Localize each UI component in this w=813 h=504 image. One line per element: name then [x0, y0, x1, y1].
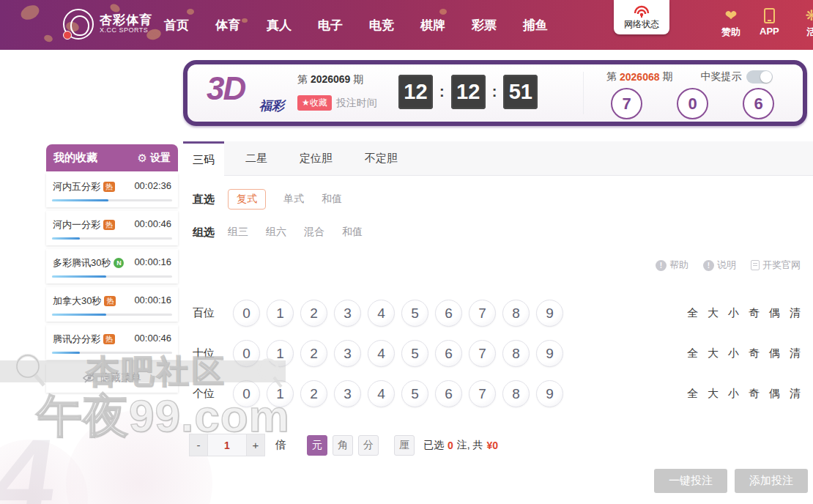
quick-pick-偶[interactable]: 偶 [769, 346, 780, 360]
quick-pick-清[interactable]: 清 [790, 346, 801, 360]
number-ball[interactable]: 2 [300, 340, 327, 367]
quick-pick-奇[interactable]: 奇 [749, 387, 760, 401]
multiplier-plus-button[interactable]: + [246, 434, 265, 456]
number-ball[interactable]: 3 [334, 300, 361, 327]
tab-二星[interactable]: 二星 [234, 141, 278, 176]
favorite-item[interactable]: 加拿大30秒热00:00:16 [46, 287, 178, 322]
number-ball[interactable]: 6 [435, 300, 462, 327]
favorite-button[interactable]: ★收藏 [297, 95, 332, 111]
help-link-开奖官网[interactable]: 开奖官网 [751, 259, 801, 272]
quick-pick-大[interactable]: 大 [708, 387, 719, 401]
summary-mid: 注, 共 [457, 439, 483, 452]
favorite-item[interactable]: 腾讯分分彩热00:00:46 [46, 325, 178, 360]
number-ball[interactable]: 1 [267, 340, 294, 367]
quick-pick-奇[interactable]: 奇 [749, 306, 760, 320]
number-ball[interactable]: 9 [536, 340, 563, 367]
tab-定位胆[interactable]: 定位胆 [289, 141, 344, 176]
nav-item-首页[interactable]: 首页 [164, 17, 189, 34]
action-button-一键投注[interactable]: 一键投注 [654, 469, 727, 493]
quick-pick-小[interactable]: 小 [728, 346, 739, 360]
hide-menu-button[interactable]: 隐藏菜单 [46, 363, 178, 393]
tab-三码[interactable]: 三码 [183, 141, 224, 176]
number-ball[interactable]: 9 [536, 300, 563, 327]
multiplier-value[interactable]: 1 [208, 434, 246, 456]
nav-item-真人[interactable]: 真人 [267, 17, 292, 34]
tab-不定胆[interactable]: 不定胆 [354, 141, 409, 176]
nav-item-电竞[interactable]: 电竞 [369, 17, 394, 34]
action-button-添加投注[interactable]: 添加投注 [735, 469, 808, 493]
number-ball[interactable]: 8 [502, 380, 530, 407]
quick-pick-小[interactable]: 小 [728, 306, 739, 320]
network-status-badge[interactable]: 网络状态 [614, 0, 669, 34]
number-ball[interactable]: 7 [469, 300, 496, 327]
nav-item-体育[interactable]: 体育 [215, 17, 240, 34]
number-ball[interactable]: 1 [267, 300, 294, 327]
number-ball[interactable]: 8 [502, 340, 530, 367]
quick-pick-小[interactable]: 小 [728, 387, 739, 401]
quick-pick-大[interactable]: 大 [708, 346, 719, 360]
nav-action-label: APP [760, 26, 779, 37]
win-tip-toggle[interactable] [746, 70, 773, 84]
number-ball[interactable]: 4 [368, 300, 395, 327]
quick-pick-大[interactable]: 大 [708, 306, 719, 320]
help-link-帮助[interactable]: !帮助 [656, 259, 688, 272]
number-ball[interactable]: 2 [300, 300, 327, 327]
favorite-item[interactable]: 河内一分彩热00:00:46 [46, 211, 178, 245]
prev-issue-prefix: 第 [606, 70, 617, 84]
number-ball[interactable]: 3 [334, 380, 361, 407]
number-ball[interactable]: 7 [469, 380, 496, 407]
phone-icon [760, 7, 778, 23]
number-ball[interactable]: 4 [368, 340, 395, 367]
number-ball[interactable]: 5 [401, 340, 428, 367]
number-ball[interactable]: 0 [233, 300, 260, 327]
number-ball[interactable]: 0 [233, 380, 260, 407]
number-ball[interactable]: 3 [334, 340, 361, 367]
issue-prefix: 第 [297, 73, 308, 85]
number-ball[interactable]: 1 [267, 380, 294, 407]
number-ball[interactable]: 4 [368, 380, 395, 407]
unit-button-分[interactable]: 分 [358, 435, 379, 456]
nav-item-彩票[interactable]: 彩票 [472, 17, 497, 34]
play-option-和值[interactable]: 和值 [342, 226, 363, 239]
number-ball[interactable]: 5 [401, 380, 428, 407]
help-link-说明[interactable]: !说明 [703, 259, 736, 272]
quick-pick-全[interactable]: 全 [687, 306, 698, 320]
unit-button-厘[interactable]: 厘 [394, 435, 415, 456]
favorite-item[interactable]: 多彩腾讯30秒N00:00:16 [46, 249, 178, 284]
nav-action-clipped[interactable]: ❋ 活 [804, 7, 813, 39]
quick-pick-偶[interactable]: 偶 [769, 306, 780, 320]
nav-action-app[interactable]: APP [760, 7, 779, 39]
number-ball[interactable]: 9 [536, 380, 563, 407]
play-option-单式[interactable]: 单式 [283, 193, 304, 206]
quick-pick-奇[interactable]: 奇 [749, 346, 760, 360]
quick-pick-清[interactable]: 清 [790, 387, 801, 401]
play-option-复式[interactable]: 复式 [228, 189, 266, 210]
number-ball[interactable]: 2 [300, 380, 327, 407]
play-option-组六[interactable]: 组六 [266, 226, 286, 239]
nav-item-电子[interactable]: 电子 [318, 17, 343, 34]
number-ball[interactable]: 5 [401, 300, 428, 327]
lottery-logo-fucai: 福彩 [259, 97, 284, 114]
play-option-和值[interactable]: 和值 [322, 193, 342, 206]
issue-suffix: 期 [353, 73, 363, 85]
number-ball[interactable]: 8 [502, 300, 530, 327]
number-ball[interactable]: 7 [469, 340, 496, 367]
unit-button-元[interactable]: 元 [307, 435, 327, 456]
play-option-组三[interactable]: 组三 [228, 226, 248, 239]
number-ball[interactable]: 0 [233, 340, 260, 367]
unit-button-角[interactable]: 角 [333, 435, 353, 456]
quick-pick-全[interactable]: 全 [687, 387, 698, 401]
quick-pick-清[interactable]: 清 [790, 306, 801, 320]
nav-action-sponsor[interactable]: ❤赞助 [721, 7, 740, 39]
brand-logo[interactable]: 杏彩体育 X.CC SPORTS [63, 9, 152, 40]
nav-item-棋牌[interactable]: 棋牌 [420, 17, 445, 34]
favorite-item[interactable]: 河内五分彩热00:02:36 [46, 173, 178, 207]
quick-pick-全[interactable]: 全 [687, 346, 698, 360]
multiplier-minus-button[interactable]: - [189, 434, 208, 456]
number-ball[interactable]: 6 [435, 380, 462, 407]
quick-pick-偶[interactable]: 偶 [769, 387, 780, 401]
nav-item-捕鱼[interactable]: 捕鱼 [523, 17, 548, 34]
play-option-混合[interactable]: 混合 [304, 226, 324, 239]
number-ball[interactable]: 6 [435, 340, 462, 367]
settings-button[interactable]: ⚙ 设置 [138, 152, 171, 165]
